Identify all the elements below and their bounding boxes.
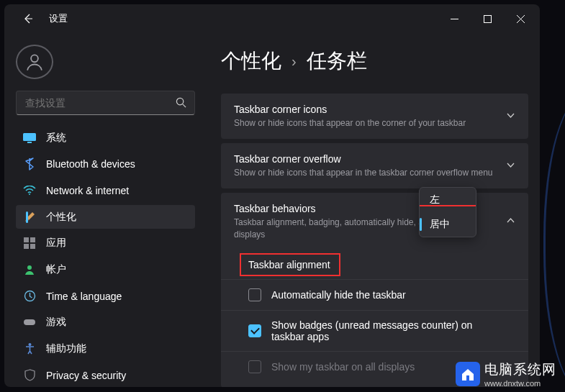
window-title: 设置: [49, 12, 68, 25]
sidebar-item-system[interactable]: 系统: [16, 127, 195, 150]
sidebar-item-label: 系统: [46, 132, 66, 145]
svg-point-4: [31, 55, 38, 62]
minimize-button[interactable]: [438, 7, 471, 30]
gamepad-icon: [23, 316, 36, 329]
close-icon: [517, 15, 525, 23]
wifi-icon: [23, 184, 36, 197]
user-avatar[interactable]: [16, 45, 53, 79]
sidebar: 系统 Bluetooth & devices Network & interne…: [4, 33, 202, 387]
panel-desc: Show or hide icons that appear in the ta…: [234, 167, 497, 178]
show-badges-label: Show badges (unread messages counter) on…: [271, 319, 480, 342]
sidebar-item-personalization[interactable]: 个性化: [16, 205, 195, 229]
svg-rect-11: [30, 237, 35, 242]
titlebar: 设置: [4, 4, 540, 33]
background-decoration: [543, 94, 565, 392]
all-displays-label: Show my taskbar on all displays: [271, 361, 415, 373]
search-box[interactable]: [16, 91, 195, 115]
svg-line-6: [183, 104, 186, 106]
minimize-icon: [451, 15, 458, 23]
back-button[interactable]: [20, 11, 36, 27]
settings-window: 设置 系统 Bluetooth & devices: [4, 4, 540, 387]
sidebar-item-label: Privacy & security: [46, 370, 126, 381]
svg-rect-12: [24, 244, 29, 249]
grid-icon: [23, 237, 36, 250]
watermark-title: 电脑系统网: [484, 360, 556, 379]
account-icon: [23, 263, 36, 276]
house-icon: [460, 366, 476, 382]
sidebar-item-apps[interactable]: 应用: [16, 232, 195, 255]
sidebar-item-label: 帐户: [46, 263, 66, 276]
checkbox-auto-hide[interactable]: [248, 288, 261, 301]
sidebar-item-label: 个性化: [46, 211, 76, 224]
panel-behaviors[interactable]: Taskbar behaviors Taskbar alignment, bad…: [221, 193, 528, 250]
maximize-button[interactable]: [471, 7, 504, 30]
svg-point-5: [176, 98, 183, 104]
taskbar-alignment-label: Taskbar alignment: [248, 259, 330, 270]
row-taskbar-alignment[interactable]: Taskbar alignment: [221, 250, 528, 279]
checkbox-show-badges[interactable]: [248, 324, 261, 337]
sidebar-item-privacy[interactable]: Privacy & security: [16, 363, 195, 387]
chevron-down-icon: [506, 160, 515, 173]
svg-point-14: [27, 265, 32, 270]
svg-rect-13: [30, 244, 35, 249]
svg-rect-16: [24, 319, 35, 325]
panel-corner-icons[interactable]: Taskbar corner icons Show or hide icons …: [221, 94, 528, 139]
sidebar-item-label: Bluetooth & devices: [46, 158, 135, 170]
accessibility-icon: [23, 342, 36, 355]
sidebar-item-label: Network & internet: [46, 185, 129, 196]
watermark-url: www.dnxtw.com: [484, 379, 556, 388]
alignment-dropdown: 左 居中: [419, 187, 476, 237]
svg-point-17: [28, 343, 31, 346]
watermark: 电脑系统网 www.dnxtw.com: [456, 360, 556, 388]
arrow-left-icon: [22, 13, 34, 24]
panel-corner-overflow[interactable]: Taskbar corner overflow Show or hide ico…: [221, 143, 528, 188]
panel-title: Taskbar corner overflow: [234, 153, 497, 165]
breadcrumb: 个性化 › 任务栏: [221, 47, 528, 75]
sidebar-item-label: 游戏: [46, 316, 66, 329]
svg-rect-1: [484, 15, 491, 22]
auto-hide-label: Automatically hide the taskbar: [271, 289, 406, 301]
svg-rect-18: [466, 375, 469, 380]
main-content: 个性化 › 任务栏 Taskbar corner icons Show or h…: [202, 33, 540, 387]
watermark-logo: [456, 362, 480, 386]
svg-rect-7: [23, 133, 36, 141]
monitor-icon: [23, 132, 36, 145]
brush-icon: [23, 211, 36, 224]
sidebar-item-accessibility[interactable]: 辅助功能: [16, 337, 195, 361]
sidebar-item-gaming[interactable]: 游戏: [16, 311, 195, 334]
chevron-up-icon: [506, 215, 515, 228]
sidebar-item-network[interactable]: Network & internet: [16, 179, 195, 203]
breadcrumb-parent[interactable]: 个性化: [221, 47, 281, 75]
dropdown-option-left[interactable]: 左: [420, 188, 476, 212]
sidebar-item-time-language[interactable]: Time & language: [16, 284, 195, 308]
search-icon: [176, 97, 186, 111]
chevron-right-icon: ›: [291, 53, 297, 70]
checkbox-all-displays[interactable]: [248, 360, 261, 373]
sidebar-item-accounts[interactable]: 帐户: [16, 258, 195, 282]
sidebar-item-label: 辅助功能: [46, 342, 86, 355]
close-button[interactable]: [504, 7, 537, 30]
row-auto-hide[interactable]: Automatically hide the taskbar: [221, 279, 528, 310]
row-show-badges[interactable]: Show badges (unread messages counter) on…: [221, 310, 528, 351]
clock-globe-icon: [23, 290, 36, 303]
dropdown-option-label: 左: [430, 193, 440, 205]
highlight-box-left: [419, 187, 476, 206]
panel-title: Taskbar corner icons: [234, 104, 497, 115]
svg-rect-8: [27, 142, 32, 143]
bluetooth-icon: [23, 158, 36, 170]
dropdown-option-center[interactable]: 居中: [420, 212, 476, 237]
shield-icon: [23, 369, 36, 382]
chevron-down-icon: [506, 110, 515, 123]
dropdown-option-label: 居中: [430, 218, 450, 229]
sidebar-item-bluetooth[interactable]: Bluetooth & devices: [16, 152, 195, 176]
maximize-icon: [484, 15, 492, 23]
sidebar-item-label: 应用: [46, 237, 66, 250]
svg-rect-10: [24, 237, 29, 242]
search-input[interactable]: [16, 91, 195, 115]
breadcrumb-current: 任务栏: [307, 47, 367, 75]
sidebar-item-label: Time & language: [46, 291, 122, 302]
person-icon: [24, 52, 45, 72]
svg-point-9: [29, 193, 30, 195]
panel-desc: Show or hide icons that appear on the co…: [234, 117, 497, 129]
